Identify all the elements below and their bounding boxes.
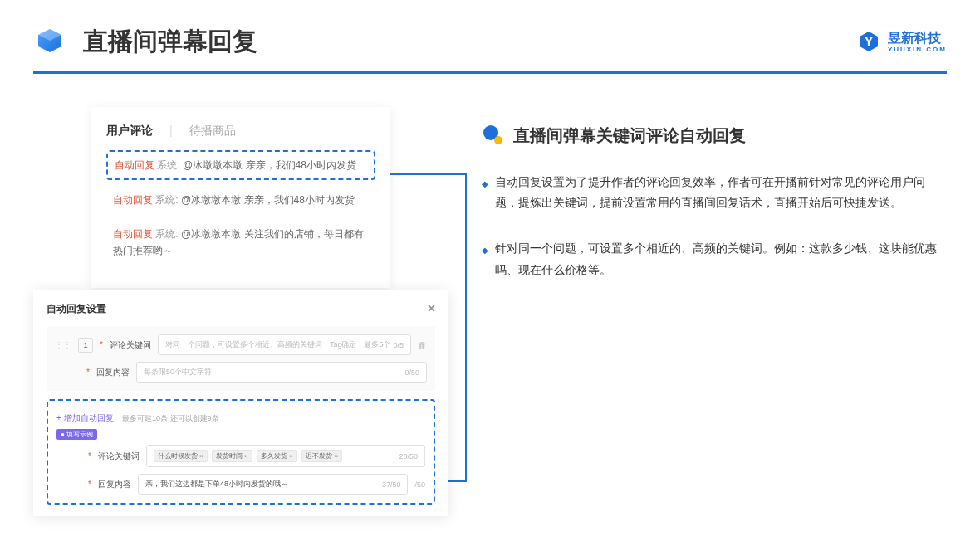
comment-row-highlighted: 自动回复 系统: @冰墩墩本墩 亲亲，我们48小时内发货 xyxy=(106,150,375,180)
add-auto-reply-row: + 增加自动回复 最多可建10条 还可以创建9条 xyxy=(56,409,425,424)
row-number: 1 xyxy=(78,338,93,353)
tab-user-comments[interactable]: 用户评论 xyxy=(106,124,153,139)
connector-line xyxy=(465,173,467,480)
trash-icon[interactable]: 🗑 xyxy=(418,340,427,350)
add-auto-reply-link[interactable]: + 增加自动回复 xyxy=(56,413,114,422)
char-counter: 20/50 xyxy=(399,452,418,461)
tab-pending-products[interactable]: 待播商品 xyxy=(189,124,236,139)
diamond-icon: ◆ xyxy=(482,177,488,213)
page-title: 直播间弹幕回复 xyxy=(83,25,257,59)
system-tag: 系统: xyxy=(157,159,179,171)
char-counter: 0/50 xyxy=(404,368,419,377)
svg-text:Y: Y xyxy=(865,35,874,49)
keyword-tag[interactable]: 迟不发货× xyxy=(301,450,342,462)
example-keyword-row: * 评论关键词 什么时候发货× 发货时间× 多久发货× 迟不发货× 20/50 xyxy=(88,445,425,467)
content-row: * 回复内容 每条限50个中文字符 0/50 xyxy=(86,362,427,383)
diamond-icon: ◆ xyxy=(482,243,488,280)
bullet-text: 自动回复设置为了提升作者的评论回复效率，作者可在开播前针对常见的评论用户问题，提… xyxy=(495,172,947,213)
tabs: 用户评论 | 待播商品 xyxy=(106,124,375,139)
example-content-row: * 回复内容 亲，我们这边都是下单48小时内发货的哦～ 37/50 /50 xyxy=(88,474,425,495)
example-group: + 增加自动回复 最多可建10条 还可以创建9条 ● 填写示例 * 评论关键词 … xyxy=(47,399,435,505)
example-keyword-input[interactable]: 什么时候发货× 发货时间× 多久发货× 迟不发货× 20/50 xyxy=(146,445,425,467)
char-counter: 0/5 xyxy=(393,341,404,349)
brand-logo: Y 昱新科技 YUUXIN.COM xyxy=(856,30,947,55)
char-counter: 37/50 xyxy=(382,480,401,489)
add-hint: 最多可建10条 还可以创建9条 xyxy=(122,414,219,422)
system-tag: 系统: xyxy=(155,228,178,240)
auto-reply-tag: 自动回复 xyxy=(115,159,154,171)
bullet-item: ◆ 针对同一个问题，可设置多个相近的、高频的关键词。例如：这款多少钱、这块能优惠… xyxy=(482,238,947,280)
keyword-row: ⋮⋮ 1 * 评论关键词 对同一个问题，可设置多个相近、高频的关键词，Tag确定… xyxy=(55,334,427,355)
content-value: 亲，我们这边都是下单48小时内发货的哦～ xyxy=(145,479,288,490)
tag-remove-icon: × xyxy=(199,452,203,460)
extra-counter: /50 xyxy=(414,480,425,489)
keyword-label: 评论关键词 xyxy=(110,339,151,351)
comment-row: 自动回复 系统: @冰墩墩本墩 亲亲，我们48小时内发货 xyxy=(106,187,375,213)
auto-reply-tag: 自动回复 xyxy=(113,228,153,240)
example-badge: ● 填写示例 xyxy=(56,429,97,440)
keyword-input[interactable]: 对同一个问题，可设置多个相近、高频的关键词，Tag确定，最多5个 0/5 xyxy=(158,334,411,355)
system-tag: 系统: xyxy=(155,194,178,206)
content-label: 回复内容 xyxy=(98,479,131,490)
placeholder-text: 每条限50个中文字符 xyxy=(144,367,212,378)
bullet-item: ◆ 自动回复设置为了提升作者的评论回复效率，作者可在开播前针对常见的评论用户问题… xyxy=(482,172,947,213)
keyword-tag[interactable]: 多久发货× xyxy=(257,450,297,462)
content-label: 回复内容 xyxy=(96,367,130,378)
main-content: 用户评论 | 待播商品 自动回复 系统: @冰墩墩本墩 亲亲，我们48小时内发货… xyxy=(0,74,980,339)
section-title: 直播间弹幕关键词评论自动回复 xyxy=(513,124,746,147)
tag-remove-icon: × xyxy=(244,452,248,460)
required-star: * xyxy=(100,340,103,349)
example-content-input[interactable]: 亲，我们这边都是下单48小时内发货的哦～ 37/50 xyxy=(138,474,409,495)
comments-card: 用户评论 | 待播商品 自动回复 系统: @冰墩墩本墩 亲亲，我们48小时内发货… xyxy=(91,107,390,288)
section-header: 直播间弹幕关键词评论自动回复 xyxy=(482,124,947,147)
tab-separator: | xyxy=(169,124,173,139)
tag-list: 什么时候发货× 发货时间× 多久发货× 迟不发货× xyxy=(154,450,345,462)
left-column: 用户评论 | 待播商品 自动回复 系统: @冰墩墩本墩 亲亲，我们48小时内发货… xyxy=(33,107,448,305)
required-star: * xyxy=(88,480,91,489)
keyword-tag[interactable]: 什么时候发货× xyxy=(154,450,208,462)
tag-remove-icon: × xyxy=(334,452,338,460)
comment-text: @冰墩墩本墩 亲亲，我们48小时内发货 xyxy=(183,159,356,171)
comment-text: @冰墩墩本墩 亲亲，我们48小时内发货 xyxy=(181,194,355,206)
connector-line xyxy=(390,173,465,175)
drag-handle-icon[interactable]: ⋮⋮ xyxy=(55,340,71,349)
brand-sub: YUUXIN.COM xyxy=(888,46,947,53)
cube-icon xyxy=(33,26,66,59)
svg-point-2 xyxy=(494,136,502,144)
required-star: * xyxy=(86,368,90,377)
placeholder-text: 对同一个问题，可设置多个相近、高频的关键词，Tag确定，最多5个 xyxy=(165,339,391,350)
bullet-text: 针对同一个问题，可设置多个相近的、高频的关键词。例如：这款多少钱、这块能优惠吗、… xyxy=(495,238,947,280)
auto-reply-tag: 自动回复 xyxy=(113,194,153,206)
close-icon[interactable]: × xyxy=(428,301,435,316)
modal-header: 自动回复设置 × xyxy=(47,301,435,326)
form-group: ⋮⋮ 1 * 评论关键词 对同一个问题，可设置多个相近、高频的关键词，Tag确定… xyxy=(47,326,435,391)
comment-row: 自动回复 系统: @冰墩墩本墩 关注我们的店铺，每日都有热门推荐哟～ xyxy=(106,221,375,265)
right-column: 直播间弹幕关键词评论自动回复 ◆ 自动回复设置为了提升作者的评论回复效率，作者可… xyxy=(482,107,947,305)
keyword-label: 评论关键词 xyxy=(98,451,140,462)
brand-icon: Y xyxy=(856,30,881,55)
keyword-tag[interactable]: 发货时间× xyxy=(212,450,252,462)
brand-name: 昱新科技 xyxy=(888,31,947,46)
chat-bubble-icon xyxy=(482,124,505,147)
required-star: * xyxy=(88,451,91,461)
auto-reply-settings-modal: 自动回复设置 × ⋮⋮ 1 * 评论关键词 对同一个问题，可设置多个相近、高频的… xyxy=(33,290,448,516)
tag-remove-icon: × xyxy=(289,452,293,460)
page-header: 直播间弹幕回复 Y 昱新科技 YUUXIN.COM xyxy=(0,0,980,71)
content-input[interactable]: 每条限50个中文字符 0/50 xyxy=(136,362,427,383)
modal-title: 自动回复设置 xyxy=(47,302,106,316)
